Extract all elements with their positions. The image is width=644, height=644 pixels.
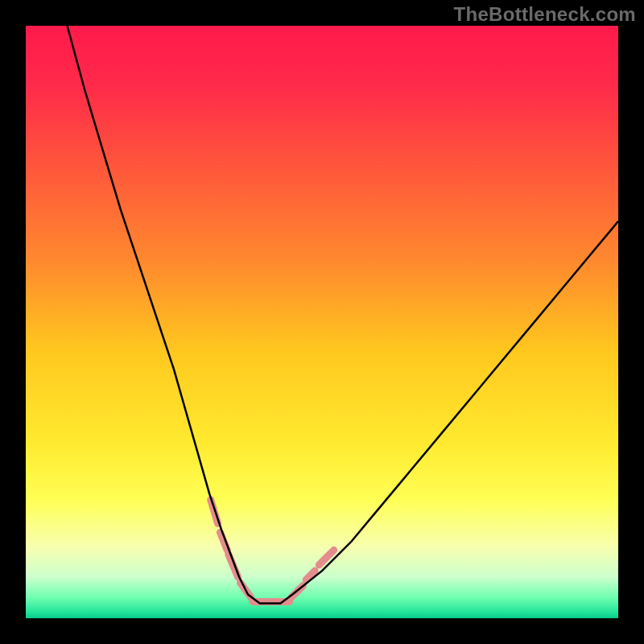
plot-area (26, 26, 618, 618)
watermark-text: TheBottleneck.com (454, 3, 636, 26)
gradient-background (26, 26, 618, 618)
chart-svg (26, 26, 618, 618)
chart-frame: TheBottleneck.com (0, 0, 644, 644)
